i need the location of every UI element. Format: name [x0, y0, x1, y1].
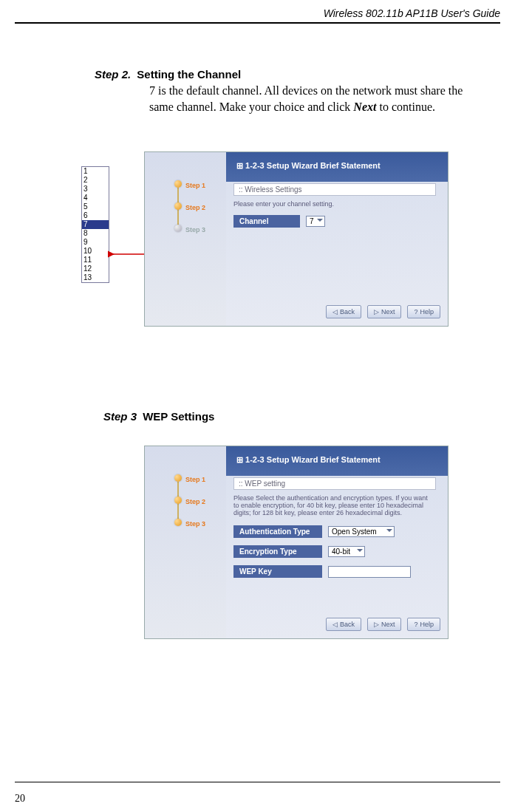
page-header: Wireless 802.11b AP11B User's Guide — [0, 0, 515, 22]
sidebar-step-3-label-b: Step 3 — [185, 520, 205, 528]
sidebar-dot-3 — [174, 225, 182, 232]
step-3-block: Step 3 WEP Settings — [103, 410, 485, 423]
figure-step-2: 12345678910111213 Step 1 Step 2 Step 3 — [0, 151, 515, 344]
help-button-label: Help — [420, 308, 434, 315]
header-rule — [15, 22, 500, 24]
step-2-label: Step 2. — [95, 68, 131, 81]
next-glyph-icon: ▷ — [374, 308, 379, 315]
next-button-3[interactable]: ▷ Next — [367, 618, 402, 631]
wepkey-input[interactable] — [328, 566, 411, 578]
back-button-3[interactable]: ◁ Back — [326, 618, 361, 631]
channel-dropdown-list[interactable]: 12345678910111213 — [81, 166, 109, 283]
channel-select[interactable]: 7 — [306, 216, 325, 227]
back-glyph-icon: ◁ — [332, 308, 338, 315]
step-2-text-b: to continue. — [376, 100, 435, 113]
channel-option[interactable]: 13 — [82, 273, 109, 282]
panel-title-wep: :: WEP setting — [233, 477, 436, 490]
wizard-sidebar-3: Step 1 Step 2 Step 3 — [145, 446, 226, 638]
wepkey-row: WEP Key — [233, 565, 440, 578]
wepkey-label: WEP Key — [233, 565, 322, 578]
wizard-step-2-screenshot: Step 1 Step 2 Step 3 ⊞ 1-2-3 Setup Wizar… — [144, 151, 449, 327]
next-button[interactable]: ▷ Next — [367, 305, 402, 318]
wizard-banner: ⊞ 1-2-3 Setup Wizard Brief Statement — [226, 152, 448, 182]
help-button-label-3: Help — [420, 621, 434, 628]
channel-option[interactable]: 11 — [82, 256, 109, 265]
channel-option[interactable]: 7 — [82, 220, 109, 229]
sidebar-step-1-label: Step 1 — [185, 182, 205, 189]
step-2-title-text: Setting the Channel — [137, 68, 241, 81]
wizard-button-row: ◁ Back ▷ Next ? Help — [326, 305, 440, 318]
back-button[interactable]: ◁ Back — [326, 305, 361, 318]
auth-type-label: Authentication Type — [233, 525, 322, 538]
channel-option[interactable]: 12 — [82, 265, 109, 273]
channel-option[interactable]: 8 — [82, 229, 109, 238]
auth-type-select[interactable]: Open System — [328, 526, 395, 537]
sidebar-dot-3b — [174, 519, 182, 526]
channel-option[interactable]: 5 — [82, 202, 109, 211]
sidebar-step-2-label-b: Step 2 — [185, 498, 205, 505]
channel-option[interactable]: 9 — [82, 238, 109, 247]
panel-instruction-wireless: Please enter your channel setting. — [233, 200, 440, 208]
sidebar-dot-1b — [174, 474, 182, 482]
next-button-label-3: Next — [381, 621, 395, 628]
wizard-button-row-3: ◁ Back ▷ Next ? Help — [326, 618, 440, 631]
figure-step-3: Step 1 Step 2 Step 3 ⊞ 1-2-3 Setup Wizar… — [0, 446, 515, 652]
wizard-step-3-screenshot: Step 1 Step 2 Step 3 ⊞ 1-2-3 Setup Wizar… — [144, 446, 449, 639]
step-3-title-text: WEP Settings — [143, 410, 214, 423]
back-button-label: Back — [340, 308, 355, 315]
panel-instruction-wep: Please Select the authentication and enc… — [233, 494, 440, 516]
sidebar-step-2-label: Step 2 — [185, 204, 205, 211]
channel-option[interactable]: 6 — [82, 211, 109, 220]
back-glyph-icon-3: ◁ — [332, 621, 338, 628]
footer-rule — [15, 782, 500, 782]
channel-option[interactable]: 2 — [82, 176, 109, 185]
step-3-title: WEP Settings — [140, 410, 214, 423]
sidebar-dot-2 — [174, 202, 182, 210]
sidebar-step-3-label: Step 3 — [185, 226, 205, 233]
banner-text: 1-2-3 Setup Wizard Brief Statement — [245, 161, 381, 170]
wizard-sidebar: Step 1 Step 2 Step 3 — [145, 152, 226, 326]
sidebar-step-1-label-b: Step 1 — [185, 476, 205, 483]
wizard-main-3: ⊞ 1-2-3 Setup Wizard Brief Statement :: … — [226, 446, 448, 638]
step-2-text: 7 is the default channel. All devices on… — [149, 83, 485, 115]
panel-title-wireless: :: Wireless Settings — [233, 183, 436, 196]
page-number: 20 — [15, 793, 25, 805]
next-button-label: Next — [381, 308, 395, 315]
auth-row: Authentication Type Open System — [233, 525, 440, 538]
banner-icon-3: ⊞ — [236, 455, 243, 464]
back-button-label-3: Back — [340, 621, 355, 628]
banner-text-3: 1-2-3 Setup Wizard Brief Statement — [245, 455, 381, 464]
help-glyph-icon-3: ? — [414, 621, 417, 628]
next-glyph-icon-3: ▷ — [374, 621, 379, 628]
enc-type-label: Encryption Type — [233, 545, 322, 558]
sidebar-dot-2b — [174, 497, 182, 504]
wizard-banner-3: ⊞ 1-2-3 Setup Wizard Brief Statement — [226, 446, 448, 476]
channel-row: Channel 7 — [233, 215, 440, 228]
channel-option[interactable]: 1 — [82, 167, 109, 176]
channel-option[interactable]: 4 — [82, 194, 109, 202]
channel-label: Channel — [233, 215, 300, 228]
help-glyph-icon: ? — [414, 308, 417, 315]
step-2-title: Setting the Channel — [134, 68, 241, 81]
step-2-text-bold: Next — [353, 100, 376, 113]
sidebar-dot-1 — [174, 180, 182, 188]
step-3-label: Step 3 — [103, 410, 137, 423]
channel-option[interactable]: 10 — [82, 247, 109, 256]
help-button[interactable]: ? Help — [407, 305, 440, 318]
banner-icon: ⊞ — [236, 161, 243, 170]
step-2-block: Step 2. Setting the Channel 7 is the def… — [95, 68, 485, 115]
enc-type-select[interactable]: 40-bit — [328, 546, 365, 557]
channel-option[interactable]: 3 — [82, 185, 109, 194]
enc-row: Encryption Type 40-bit — [233, 545, 440, 558]
help-button-3[interactable]: ? Help — [407, 618, 440, 631]
wizard-main: ⊞ 1-2-3 Setup Wizard Brief Statement :: … — [226, 152, 448, 326]
